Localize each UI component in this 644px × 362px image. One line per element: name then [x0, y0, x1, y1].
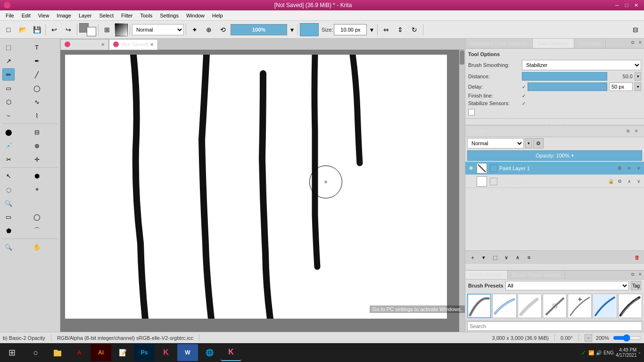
- vertical-scrollbar[interactable]: [459, 50, 465, 332]
- redo-btn[interactable]: ↪: [62, 23, 75, 36]
- snap-checkbox[interactable]: [468, 109, 475, 115]
- taskbar-app-illustrator[interactable]: Ai: [91, 344, 111, 361]
- distance-expand-btn[interactable]: ▾: [635, 72, 641, 81]
- tool-gradient[interactable]: ⊟: [31, 126, 43, 138]
- menu-item-image[interactable]: Image: [53, 12, 75, 19]
- new-document-btn[interactable]: □: [2, 23, 15, 36]
- panel-tab-overview[interactable]: Overview: [574, 39, 606, 48]
- panel-tab-tool-options[interactable]: Tool Options: [533, 39, 574, 48]
- blend-mode-select[interactable]: Normal: [132, 24, 184, 35]
- delay-expand-btn[interactable]: ▾: [635, 82, 641, 91]
- panel-tab-color-selector[interactable]: Advanced Color Selector: [465, 39, 533, 48]
- brush-preset-6[interactable]: [593, 294, 617, 318]
- layer-1-options-btn[interactable]: ⚙: [616, 165, 623, 172]
- tag-button[interactable]: Tag: [631, 281, 641, 290]
- foreground-background-color[interactable]: [79, 23, 96, 36]
- taskbar-app-krita-active[interactable]: K: [221, 344, 241, 361]
- menu-item-layer[interactable]: Layer: [75, 12, 96, 19]
- layer-2-visibility-toggle[interactable]: 👁: [467, 178, 475, 185]
- layer-filter-btn[interactable]: ▾: [525, 138, 532, 148]
- layers-close-btn[interactable]: ✕: [633, 127, 640, 135]
- move-layer-up-btn[interactable]: ∧: [512, 252, 523, 263]
- brush-smoothing-select[interactable]: Stabilizer: [522, 60, 641, 70]
- maximize-button[interactable]: □: [622, 1, 631, 9]
- canvas-wrap-btn[interactable]: ⊟: [629, 23, 642, 36]
- resize-handle[interactable]: · · · · ·: [465, 119, 644, 125]
- menu-item-filter[interactable]: Filter: [117, 12, 136, 19]
- menu-item-edit[interactable]: Edit: [18, 12, 34, 19]
- finish-line-checkbox[interactable]: ✓: [522, 93, 526, 99]
- opacity-expand-btn[interactable]: ▾: [288, 23, 296, 36]
- layer-1-down-btn[interactable]: ∨: [635, 165, 642, 172]
- tool-freehand-path[interactable]: ~: [2, 109, 15, 122]
- brush-preset-history-tab[interactable]: Brush Preset History: [508, 271, 565, 279]
- canvas-white[interactable]: [65, 55, 447, 319]
- tool-calligraphy[interactable]: ✒: [31, 55, 43, 67]
- layer-properties-btn[interactable]: ≡: [524, 252, 534, 263]
- layer-2-up-btn[interactable]: ∧: [625, 178, 633, 185]
- tool-select-contiguous[interactable]: ⬢: [31, 170, 43, 182]
- tool-contiguous-fill[interactable]: ⬤: [2, 126, 15, 138]
- tool-freehand-select[interactable]: ⬟: [2, 224, 15, 237]
- tool-rect-select[interactable]: ▭: [2, 211, 15, 223]
- tab-1[interactable]: [Not Saved] ✕: [60, 39, 109, 49]
- tool-line[interactable]: ╱: [31, 68, 43, 81]
- tool-ellipse[interactable]: ◯: [31, 82, 43, 94]
- size-preview[interactable]: [300, 23, 319, 36]
- taskbar-app-word[interactable]: W: [177, 344, 198, 361]
- layer-opacity-expand-btn[interactable]: ▾: [571, 153, 574, 158]
- eraser-btn[interactable]: ✦: [188, 23, 201, 36]
- save-document-btn[interactable]: 💾: [30, 23, 43, 36]
- tool-polygon[interactable]: ⬡: [2, 96, 15, 108]
- tool-zoom[interactable]: 🔍: [2, 241, 15, 253]
- rotate-btn[interactable]: ↻: [408, 23, 421, 36]
- panel-float-btn[interactable]: ⧉: [629, 39, 636, 46]
- wrap-around-btn[interactable]: ⟲: [216, 23, 230, 36]
- undo-btn[interactable]: ↩: [48, 23, 61, 36]
- layer-opacity-bar[interactable]: Opacity: 100% ▾: [467, 150, 642, 161]
- tool-select-path[interactable]: ⌖: [31, 183, 43, 196]
- zoom-out-btn[interactable]: −: [585, 334, 592, 342]
- tool-select-outline[interactable]: ◌: [2, 183, 15, 196]
- opacity-bar[interactable]: 100%: [231, 24, 287, 35]
- taskbar-app-krita[interactable]: K: [156, 344, 176, 361]
- tool-move[interactable]: ✛: [31, 153, 43, 165]
- layer-1-up-btn[interactable]: ∧: [625, 165, 633, 172]
- pattern-btn[interactable]: ⊞: [100, 23, 114, 36]
- layer-2-down-btn[interactable]: ∨: [635, 178, 642, 185]
- add-layer-btn[interactable]: ＋: [467, 252, 478, 263]
- tool-freehand-brush[interactable]: ✏: [2, 68, 15, 81]
- open-document-btn[interactable]: 📂: [16, 23, 29, 36]
- menu-item-settings[interactable]: Settings: [156, 12, 182, 19]
- tool-rectangle[interactable]: ▭: [2, 82, 15, 94]
- delay-checkbox[interactable]: ✓: [522, 84, 526, 90]
- brush-close-btn[interactable]: ✕: [636, 271, 644, 278]
- close-button[interactable]: ✕: [632, 1, 640, 9]
- flip-h-btn[interactable]: ⇔: [380, 23, 393, 36]
- brush-preset-3[interactable]: [518, 294, 542, 318]
- brush-preset-4[interactable]: [543, 294, 567, 318]
- start-button[interactable]: ⊞: [0, 343, 24, 362]
- gradient-btn[interactable]: [115, 23, 128, 36]
- move-layer-down-btn[interactable]: ∨: [501, 252, 512, 263]
- menu-item-file[interactable]: File: [2, 12, 18, 19]
- flip-v-btn[interactable]: ⇕: [394, 23, 407, 36]
- taskbar-app-browser[interactable]: 🌐: [199, 344, 220, 361]
- tool-ellipse-select[interactable]: ◯: [31, 211, 43, 223]
- menu-item-select[interactable]: Select: [95, 12, 117, 19]
- menu-item-help[interactable]: Help: [208, 12, 227, 19]
- taskbar-app-cortana[interactable]: ○: [25, 344, 46, 361]
- tab-1-close[interactable]: ✕: [101, 42, 105, 47]
- tool-pan[interactable]: ✋: [31, 241, 43, 253]
- layer-item-background[interactable]: 👁 Background 🔒 ⚙ ∧ ∨: [465, 175, 644, 188]
- brush-float-btn[interactable]: ⧉: [629, 271, 636, 278]
- brush-preset-1[interactable]: [467, 294, 491, 318]
- size-expand-btn[interactable]: ▾: [368, 23, 375, 36]
- taskbar-app-explorer[interactable]: [47, 344, 68, 361]
- minimize-button[interactable]: ─: [613, 1, 621, 9]
- taskbar-volume-icon[interactable]: 🔊: [596, 350, 602, 355]
- brush-preset-7[interactable]: [618, 294, 642, 318]
- tool-crop[interactable]: ✂: [2, 153, 15, 165]
- tool-bezier-select[interactable]: ⌒: [31, 224, 43, 237]
- tool-similar-color-select[interactable]: 🔍: [2, 197, 15, 209]
